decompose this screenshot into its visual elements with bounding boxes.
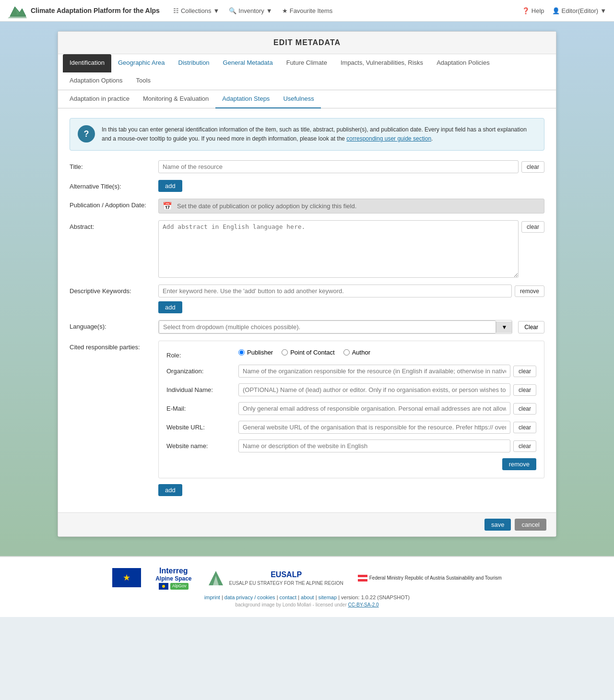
keywords-remove-button[interactable]: remove [515, 285, 544, 297]
role-author-radio[interactable] [343, 349, 350, 356]
website-name-control: clear [238, 439, 536, 452]
website-url-clear-button[interactable]: clear [513, 422, 536, 433]
keywords-row: Descriptive Keywords: remove add [70, 285, 544, 313]
role-author[interactable]: Author [343, 349, 370, 356]
org-row: Organization: clear [166, 365, 536, 378]
website-name-label: Website name: [166, 439, 238, 450]
footer-about[interactable]: about [301, 594, 314, 600]
tab-impacts[interactable]: Impacts, Vulnerabilities, Risks [334, 54, 430, 72]
tabs-row-2: Adaptation in practice Monitoring & Eval… [58, 90, 556, 108]
save-button[interactable]: save [484, 519, 511, 531]
email-row: E-Mail: clear [166, 402, 536, 415]
pub-date-row: Publication / Adoption Date: 📅 Set the d… [70, 199, 544, 214]
tab-monitoring[interactable]: Monitoring & Evaluation [136, 90, 215, 108]
cited-add-button[interactable]: add [158, 484, 182, 496]
tab-adaptation-policies[interactable]: Adaptation Policies [430, 54, 496, 72]
alt-titles-add-button[interactable]: add [158, 180, 182, 192]
user-icon: 👤 [552, 7, 560, 14]
website-name-input[interactable] [238, 439, 510, 452]
user-guide-link[interactable]: corresponding user guide section [346, 135, 431, 142]
role-label: Role: [166, 349, 238, 359]
role-control: Publisher Point of Contact Author [238, 349, 536, 356]
cited-control: Role: Publisher Point of Cont [158, 341, 544, 496]
email-clear-button[interactable]: clear [513, 403, 536, 415]
panel-header: EDIT METADATA [58, 32, 556, 54]
individual-input[interactable] [238, 383, 510, 396]
tab-adaptation-options[interactable]: Adaptation Options [63, 72, 130, 90]
date-field[interactable]: 📅 Set the date of publication or policy … [158, 199, 544, 214]
footer-sitemap[interactable]: sitemap [319, 594, 337, 600]
svg-marker-2 [18, 4, 24, 8]
role-publisher-radio[interactable] [238, 349, 245, 356]
languages-input[interactable] [159, 320, 496, 333]
website-url-input[interactable] [238, 421, 510, 434]
tab-general-metadata[interactable]: General Metadata [216, 54, 280, 72]
bottom-bar: save cancel [58, 512, 556, 536]
tab-identification[interactable]: Identification [63, 54, 111, 72]
abstract-clear-button[interactable]: clear [521, 221, 544, 233]
email-label: E-Mail: [166, 402, 238, 412]
email-control: clear [238, 402, 536, 415]
abstract-input[interactable] [158, 220, 519, 278]
tab-geographic-area[interactable]: Geographic Area [111, 54, 172, 72]
footer-contact[interactable]: contact [280, 594, 296, 600]
title-row: Title: clear [70, 160, 544, 173]
footer-credit: background image by Londo Mollari - lice… [19, 602, 595, 607]
role-poc-radio[interactable] [282, 349, 288, 356]
tab-distribution[interactable]: Distribution [172, 54, 216, 72]
logo-icon [8, 3, 27, 18]
role-row: Role: Publisher Point of Cont [166, 349, 536, 359]
tab-adaptation-in-practice[interactable]: Adaptation in practice [63, 90, 136, 108]
cited-box: Role: Publisher Point of Cont [158, 341, 544, 478]
footer-credit-link[interactable]: CC-BY-SA-2.0 [348, 602, 379, 607]
tab-usefulness[interactable]: Usefulness [276, 90, 320, 108]
footer-data-privacy[interactable]: data privacy / cookies [224, 594, 275, 600]
org-input[interactable] [238, 365, 510, 378]
title-input[interactable] [158, 160, 519, 173]
user-menu[interactable]: 👤 Editor(Editor) ▼ [552, 7, 606, 14]
tab-tools[interactable]: Tools [130, 72, 157, 90]
tabs-row-1: Identification Geographic Area Distribut… [58, 54, 556, 90]
individual-clear-button[interactable]: clear [513, 384, 536, 396]
inventory-nav[interactable]: 🔍 Inventory ▼ [225, 5, 276, 16]
role-publisher[interactable]: Publisher [238, 349, 273, 356]
collections-nav[interactable]: ☷ Collections ▼ [169, 5, 223, 16]
nav-links: ☷ Collections ▼ 🔍 Inventory ▼ ★ Favourit… [169, 5, 336, 16]
svg-text:★: ★ [123, 573, 130, 582]
abstract-label: Abstract: [70, 220, 158, 230]
title-clear-button[interactable]: clear [521, 161, 544, 173]
pub-date-label: Publication / Adoption Date: [70, 199, 158, 209]
role-radio-group: Publisher Point of Contact Author [238, 349, 370, 356]
keywords-input[interactable] [158, 285, 512, 297]
individual-control: clear [238, 383, 536, 396]
form-content: ? In this tab you can enter general iden… [58, 108, 556, 512]
org-label: Organization: [166, 365, 238, 375]
email-input[interactable] [238, 402, 510, 415]
website-url-control: clear [238, 421, 536, 434]
cancel-button[interactable]: cancel [515, 519, 546, 531]
languages-clear-button[interactable]: Clear [518, 321, 544, 333]
footer-imprint[interactable]: imprint [204, 594, 220, 600]
tab-adaptation-steps[interactable]: Adaptation Steps [215, 90, 276, 108]
org-clear-button[interactable]: clear [513, 366, 536, 377]
website-name-row: Website name: clear [166, 439, 536, 452]
eusalp-logo: EUSALP EUSALP EU STRATEGY FOR THE ALPINE… [206, 569, 343, 588]
individual-row: Individual Name: clear [166, 383, 536, 396]
keywords-control: remove add [158, 285, 544, 313]
app-logo[interactable]: Climate Adaptation Platform for the Alps [8, 3, 160, 18]
cited-remove-button[interactable]: remove [502, 458, 536, 470]
main-area: EDIT METADATA Identification Geographic … [0, 22, 614, 556]
website-name-clear-button[interactable]: clear [513, 440, 536, 452]
info-icon: ? [78, 125, 95, 142]
abstract-row: Abstract: clear [70, 220, 544, 278]
favourite-nav[interactable]: ★ Favourite Items [278, 5, 337, 16]
calendar-icon: 📅 [163, 202, 172, 211]
languages-control: ▼ Clear [158, 320, 544, 334]
user-chevron: ▼ [600, 7, 606, 14]
tab-future-climate[interactable]: Future Climate [280, 54, 334, 72]
role-point-of-contact[interactable]: Point of Contact [282, 349, 335, 356]
star-icon: ★ [282, 7, 288, 14]
help-link[interactable]: ❓ Help [522, 7, 544, 14]
keywords-add-button[interactable]: add [158, 301, 182, 313]
languages-dropdown-button[interactable]: ▼ [496, 321, 512, 333]
